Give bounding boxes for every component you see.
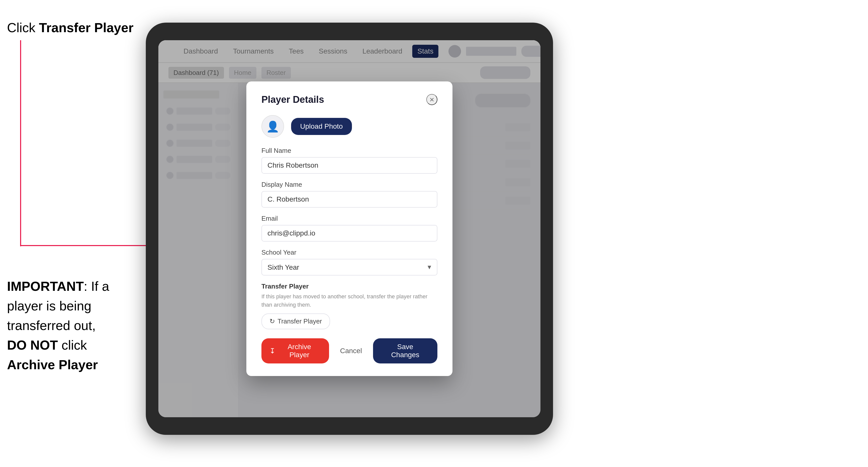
player-details-modal: Player Details × 👤 Upload Photo Full Nam… (246, 82, 453, 376)
school-year-select[interactable]: First Year Second Year Third Year Fourth… (261, 259, 437, 276)
instruction-bottom: IMPORTANT: If a player is being transfer… (7, 277, 138, 374)
full-name-group: Full Name (261, 147, 437, 174)
transfer-btn-label: Transfer Player (278, 317, 322, 325)
instruction-important: IMPORTANT (7, 279, 84, 293)
modal-overlay: Player Details × 👤 Upload Photo Full Nam… (158, 40, 540, 417)
archive-btn-label: Archive Player (278, 343, 321, 359)
full-name-label: Full Name (261, 147, 437, 155)
email-group: Email (261, 215, 437, 242)
upload-photo-button[interactable]: Upload Photo (291, 118, 352, 135)
modal-footer: Archive Player Cancel Save Changes (261, 338, 437, 364)
archive-player-button[interactable]: Archive Player (261, 338, 329, 364)
modal-close-button[interactable]: × (426, 94, 437, 105)
tablet-screen: Dashboard Tournaments Tees Sessions Lead… (158, 40, 540, 417)
modal-header: Player Details × (261, 94, 437, 105)
display-name-label: Display Name (261, 181, 437, 188)
transfer-section-desc: If this player has moved to another scho… (261, 292, 437, 309)
instruction-prefix: Click (7, 20, 39, 35)
refresh-icon (270, 317, 275, 325)
instruction-bold: Transfer Player (39, 20, 133, 35)
modal-title: Player Details (261, 94, 324, 105)
save-changes-button[interactable]: Save Changes (373, 338, 437, 364)
email-input[interactable] (261, 225, 437, 242)
user-icon: 👤 (266, 120, 279, 133)
transfer-player-section: Transfer Player If this player has moved… (261, 282, 437, 329)
tablet-device: Dashboard Tournaments Tees Sessions Lead… (146, 23, 553, 435)
instruction-top: Click Transfer Player (7, 20, 133, 35)
transfer-section-title: Transfer Player (261, 282, 437, 290)
display-name-group: Display Name (261, 181, 437, 208)
archive-icon (270, 347, 275, 355)
transfer-player-button[interactable]: Transfer Player (261, 313, 330, 329)
email-label: Email (261, 215, 437, 222)
school-year-label: School Year (261, 249, 437, 256)
photo-upload-row: 👤 Upload Photo (261, 115, 437, 138)
instruction-do-not: DO NOT (7, 338, 58, 352)
display-name-input[interactable] (261, 191, 437, 208)
full-name-input[interactable] (261, 157, 437, 174)
instruction-archive-ref: Archive Player (7, 357, 98, 372)
cancel-button[interactable]: Cancel (334, 342, 368, 360)
arrow-vertical (20, 40, 21, 246)
school-year-group: School Year First Year Second Year Third… (261, 249, 437, 276)
school-year-select-wrapper: First Year Second Year Third Year Fourth… (261, 259, 437, 276)
instruction-rest2: click (58, 338, 87, 352)
avatar-circle: 👤 (261, 115, 284, 138)
